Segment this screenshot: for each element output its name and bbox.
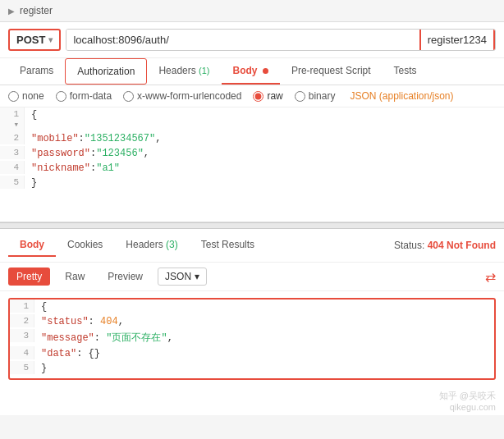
pretty-button[interactable]: Pretty [8,268,50,286]
wrap-icon[interactable]: ⇄ [485,269,496,285]
tab-prerequest[interactable]: Pre-request Script [280,58,383,85]
resp-num-5: 5 [10,361,34,374]
url-highlight: register1234 [419,30,495,50]
request-label: register [20,5,53,16]
resp-content-4: "data": {} [34,346,107,361]
resp-line-3: 3 "message": "页面不存在", [10,329,494,346]
url-input[interactable]: localhost:8096/auth/register1234 [66,29,496,51]
code-line-1: 1 ▾ { [0,107,504,131]
method-dropdown-arrow: ▾ [48,35,53,44]
line-content-1: { [25,107,44,122]
request-section: POST ▾ localhost:8096/auth/register1234 … [0,21,504,222]
raw-button[interactable]: Raw [57,268,93,286]
status-text: Status: 404 Not Found [394,240,496,251]
preview-button[interactable]: Preview [99,268,151,286]
line-content-5: } [25,176,44,190]
response-tabs: Body Cookies Headers (3) Test Results [8,234,266,257]
body-options: none form-data x-www-form-urlencoded raw… [0,85,504,107]
tab-headers[interactable]: Headers (1) [147,58,221,85]
resp-num-1: 1 [10,300,34,313]
rtab-cookies[interactable]: Cookies [56,234,114,257]
resp-num-4: 4 [10,346,34,359]
method-label: POST [16,34,45,46]
resp-content-2: "status": 404, [34,314,131,329]
rtab-headers[interactable]: Headers (3) [114,234,189,257]
resp-content-1: { [34,300,53,314]
code-line-3: 3 "password":"123456", [0,146,504,161]
response-section: Body Cookies Headers (3) Test Results St… [0,229,504,415]
url-base: localhost:8096/auth/ [66,30,419,50]
section-divider [0,222,504,229]
tab-params[interactable]: Params [8,58,65,85]
tab-body[interactable]: Body [222,58,280,85]
line-num-5: 5 [0,176,25,189]
response-headers-badge: (3) [166,239,178,250]
line-content-2: "mobile":"1351234567", [25,131,167,146]
response-header: Body Cookies Headers (3) Test Results St… [0,229,504,263]
line-num-2: 2 [0,131,25,144]
tab-authorization[interactable]: Authorization [65,58,147,85]
line-num-4: 4 [0,161,25,174]
tab-tests[interactable]: Tests [383,58,428,85]
resp-content-5: } [34,361,53,376]
code-line-2: 2 "mobile":"1351234567", [0,131,504,146]
json-format-label: JSON (application/json) [350,90,453,102]
collapse-arrow[interactable]: ▶ [8,7,15,16]
code-line-4: 4 "nickname":"a1" [0,161,504,176]
line-num-3: 3 [0,146,25,159]
watermark: 知乎 @吴咬禾qikegu.com [0,386,504,415]
resp-num-2: 2 [10,314,34,327]
resp-num-3: 3 [10,329,34,342]
option-formdata[interactable]: form-data [56,90,112,102]
rtab-body[interactable]: Body [8,234,56,257]
request-body-editor[interactable]: 1 ▾ { 2 "mobile":"1351234567", 3 "passwo… [0,107,504,222]
format-label: JSON [165,271,191,282]
line-content-4: "nickname":"a1" [25,161,126,176]
format-select[interactable]: JSON ▾ [158,268,207,286]
status-code: 404 Not Found [428,240,496,251]
option-binary[interactable]: binary [295,90,336,102]
format-dropdown-arrow: ▾ [195,271,199,282]
line-num-1: 1 ▾ [0,107,25,131]
body-dot [263,68,268,74]
resp-content-3: "message": "页面不存在", [34,329,180,346]
resp-line-4: 4 "data": {} [10,346,494,361]
top-bar: ▶ register [0,0,504,21]
headers-badge: (1) [199,66,209,75]
method-select[interactable]: POST ▾ [8,29,61,51]
line-content-3: "password":"123456", [25,146,156,161]
option-raw[interactable]: raw [253,90,282,102]
response-code: 1 { 2 "status": 404, 3 "message": "页面不存在… [8,298,496,380]
request-tabs: Params Authorization Headers (1) Body Pr… [0,58,504,85]
resp-line-5: 5 } [10,361,494,376]
option-urlencoded[interactable]: x-www-form-urlencoded [123,90,241,102]
code-line-5: 5 } [0,176,504,190]
response-toolbar: Pretty Raw Preview JSON ▾ ⇄ [0,263,504,291]
url-bar: POST ▾ localhost:8096/auth/register1234 [0,22,504,58]
resp-line-2: 2 "status": 404, [10,314,494,329]
resp-line-1: 1 { [10,300,494,314]
rtab-test-results[interactable]: Test Results [190,234,266,257]
option-none[interactable]: none [8,90,44,102]
